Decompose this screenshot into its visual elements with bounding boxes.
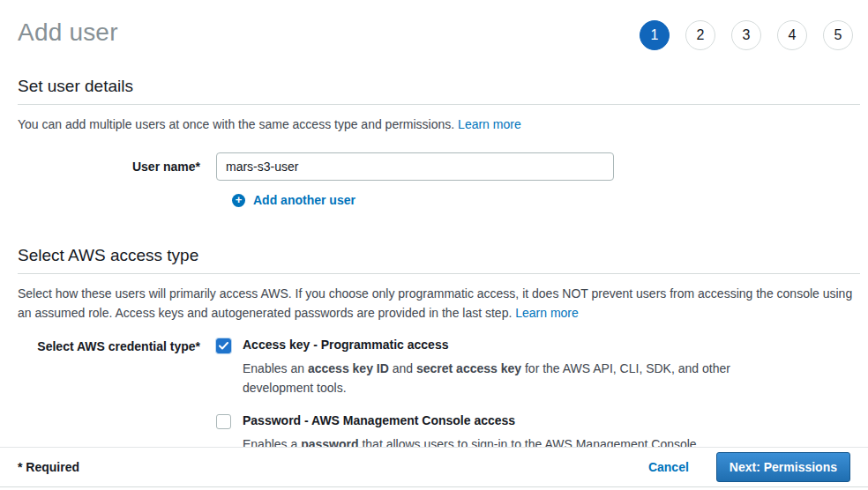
select-access-type-heading: Select AWS access type xyxy=(18,246,860,274)
select-access-type-section: Select AWS access type Select how these … xyxy=(18,246,860,454)
username-input[interactable] xyxy=(216,152,614,181)
wizard-step-4: 4 xyxy=(777,20,807,50)
wizard-step-2: 2 xyxy=(685,20,715,50)
checkmark-icon xyxy=(219,342,228,350)
wizard-step-3: 3 xyxy=(731,20,761,50)
access-type-intro-text: Select how these users will primarily ac… xyxy=(18,286,852,320)
credential-type-label: Select AWS credential type* xyxy=(18,338,216,454)
desc-segment: and xyxy=(389,361,416,375)
desc-segment-bold: secret access key xyxy=(416,361,521,375)
password-checkbox[interactable] xyxy=(216,414,231,429)
user-details-intro: You can add multiple users at once with … xyxy=(18,115,860,134)
cancel-button[interactable]: Cancel xyxy=(648,460,689,474)
access-key-option: Access key - Programmatic access Enables… xyxy=(216,338,733,397)
required-note: * Required xyxy=(18,460,79,474)
user-details-intro-text: You can add multiple users at once with … xyxy=(18,117,454,131)
desc-segment: Enables an xyxy=(243,361,308,375)
username-label: User name* xyxy=(18,152,216,181)
access-type-intro: Select how these users will primarily ac… xyxy=(18,284,860,323)
access-key-option-text: Access key - Programmatic access Enables… xyxy=(243,338,733,397)
username-row: User name* xyxy=(18,152,860,181)
plus-circle-icon: + xyxy=(232,194,245,207)
access-type-learn-more-link[interactable]: Learn more xyxy=(515,306,579,320)
add-another-user-button[interactable]: + Add another user xyxy=(232,193,355,207)
access-key-option-title[interactable]: Access key - Programmatic access xyxy=(243,338,733,353)
add-another-user-label: Add another user xyxy=(253,193,355,207)
page-title: Add user xyxy=(18,19,118,47)
next-permissions-button[interactable]: Next: Permissions xyxy=(716,452,850,482)
credential-type-row: Select AWS credential type* Access key -… xyxy=(18,338,860,454)
access-key-option-desc: Enables an access key ID and secret acce… xyxy=(243,359,733,397)
user-details-learn-more-link[interactable]: Learn more xyxy=(458,117,521,131)
password-option-title[interactable]: Password - AWS Management Console access xyxy=(243,413,700,428)
wizard-step-1: 1 xyxy=(640,20,670,50)
page-header: Add user 1 2 3 4 5 xyxy=(0,0,868,50)
set-user-details-heading: Set user details xyxy=(18,77,860,105)
set-user-details-section: Set user details You can add multiple us… xyxy=(18,77,860,207)
wizard-step-5: 5 xyxy=(823,20,853,50)
wizard-step-indicator: 1 2 3 4 5 xyxy=(640,20,853,50)
credential-options: Access key - Programmatic access Enables… xyxy=(216,338,733,454)
access-key-checkbox[interactable] xyxy=(216,338,231,353)
desc-segment-bold: access key ID xyxy=(308,361,389,375)
wizard-footer: * Required Cancel Next: Permissions xyxy=(0,447,868,487)
footer-actions: Cancel Next: Permissions xyxy=(648,452,850,482)
